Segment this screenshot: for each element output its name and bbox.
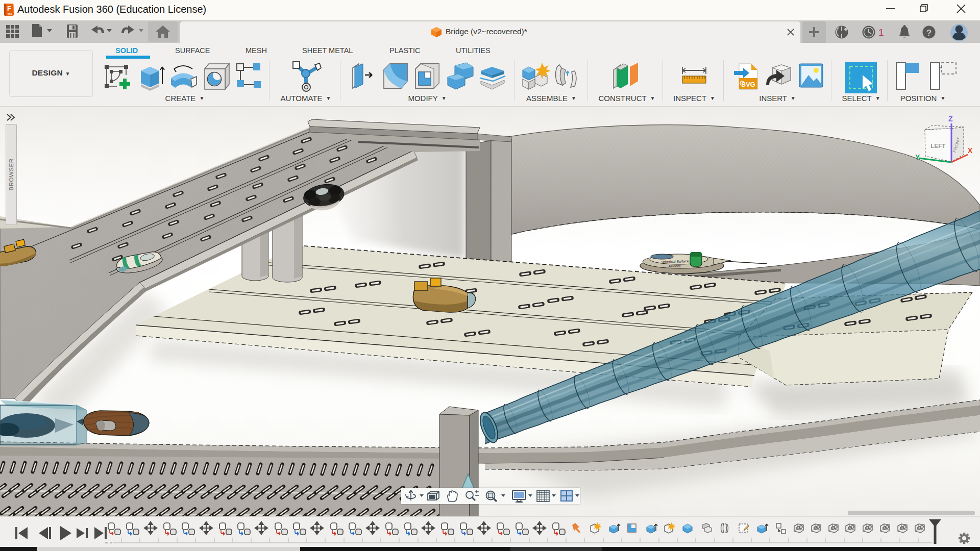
svg-text:Alliance: Alliance (669, 264, 681, 268)
svg-text:F: F (7, 5, 11, 12)
svg-text:1: 1 (878, 27, 884, 38)
svg-text:Y: Y (915, 153, 920, 161)
svg-text:?: ? (926, 28, 932, 38)
svg-text:LEFT: LEFT (930, 143, 946, 149)
svg-text:Z: Z (948, 115, 953, 123)
svg-text:360: 360 (8, 13, 12, 16)
svg-text:X: X (968, 146, 973, 155)
